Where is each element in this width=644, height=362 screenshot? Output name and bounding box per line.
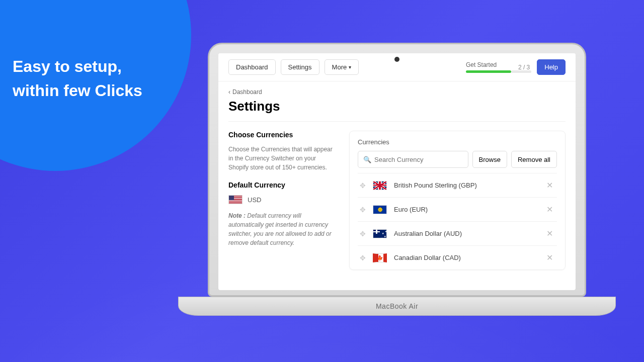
promo-line-2: within few Clicks [13,78,142,103]
default-currency-row: USD [228,195,334,204]
au-flag-icon [373,229,387,238]
currency-name: British Pound Sterling (GBP) [394,182,537,189]
browse-button[interactable]: Browse [472,151,507,168]
device-label: MacBook Air [376,302,418,310]
breadcrumb[interactable]: ‹ Dashboard [228,88,566,96]
currency-name: Canadian Dollar (CAD) [394,254,537,261]
currency-row: ✥Canadian Dollar (CAD)✕ [358,245,557,269]
laptop-bezel: Dashboard Settings More ▾ Get Started 2 … [208,43,586,297]
ca-flag-icon [373,253,387,262]
remove-currency-button[interactable]: ✕ [544,180,555,190]
help-button[interactable]: Help [537,59,566,75]
divider [228,121,566,122]
drag-handle-icon[interactable]: ✥ [360,254,366,262]
progress-bar [466,70,511,73]
search-row: 🔍 Browse Remove all [358,151,557,168]
content-columns: Choose Currencies Choose the Currencies … [228,131,566,270]
choose-currencies-desc: Choose the Currencies that will appear i… [228,145,334,172]
breadcrumb-label: Dashboard [232,88,262,96]
currency-name: Euro (EUR) [394,206,537,213]
drag-handle-icon[interactable]: ✥ [360,182,366,190]
eu-flag-icon [373,205,387,214]
nav-more-button[interactable]: More ▾ [325,59,359,75]
search-icon: 🔍 [363,156,371,163]
currencies-panel: Currencies 🔍 Browse Remove all ✥British … [349,131,566,270]
step-count: 2 / 3 [516,64,532,71]
drag-handle-icon[interactable]: ✥ [360,230,366,238]
search-box[interactable]: 🔍 [358,151,468,168]
note-label: Note : [228,212,246,219]
get-started-progress: Get Started [466,61,511,73]
currency-row: ✥Australian Dollar (AUD)✕ [358,221,557,245]
currency-row: ✥British Pound Sterling (GBP)✕ [358,173,557,197]
laptop-base: MacBook Air [178,297,616,316]
remove-currency-button[interactable]: ✕ [544,205,555,214]
currencies-panel-title: Currencies [358,138,557,146]
search-input[interactable] [374,156,463,163]
currency-name: Australian Dollar (AUD) [394,230,537,237]
left-column: Choose Currencies Choose the Currencies … [228,131,334,270]
us-flag-icon [228,195,243,204]
page-title: Settings [228,99,566,114]
choose-currencies-title: Choose Currencies [228,131,334,139]
default-currency-code: USD [248,196,261,204]
chevron-down-icon: ▾ [349,64,351,70]
remove-currency-button[interactable]: ✕ [544,253,555,262]
promo-headline: Easy to setup, within few Clicks [13,54,142,103]
nav-dashboard-button[interactable]: Dashboard [228,59,276,75]
get-started-label: Get Started [466,61,511,68]
currency-row: ✥Euro (EUR)✕ [358,197,557,221]
gb-flag-icon [373,181,387,190]
nav-more-label: More [332,63,347,71]
chevron-left-icon: ‹ [228,88,230,96]
nav-settings-button[interactable]: Settings [281,59,319,75]
camera-dot [394,57,399,62]
drag-handle-icon[interactable]: ✥ [360,206,366,214]
remove-all-button[interactable]: Remove all [511,151,557,168]
default-currency-note: Note : Default currency will automatical… [228,211,334,247]
promo-line-1: Easy to setup, [13,54,142,78]
laptop-mockup: Dashboard Settings More ▾ Get Started 2 … [208,43,586,322]
remove-currency-button[interactable]: ✕ [544,229,555,238]
page-body: ‹ Dashboard Settings Choose Currencies C… [218,81,576,290]
app-screen: Dashboard Settings More ▾ Get Started 2 … [218,53,576,290]
currency-list: ✥British Pound Sterling (GBP)✕✥Euro (EUR… [358,173,557,269]
default-currency-title: Default Currency [228,181,334,189]
